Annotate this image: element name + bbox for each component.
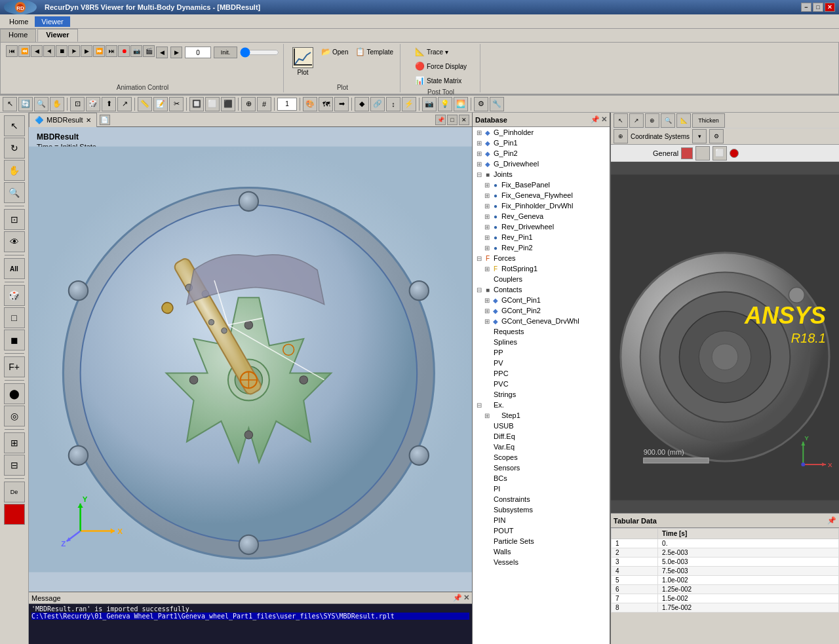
- tree-item-particle_sets[interactable]: Particle Sets: [473, 536, 610, 546]
- joint-btn[interactable]: 🔗: [370, 97, 385, 111]
- anim-next-fast-btn[interactable]: ⏩: [93, 45, 105, 57]
- tree-item-fix_geneva_flywheel[interactable]: ⊞●Fix_Geneva_Flywheel: [473, 190, 610, 200]
- tabular-row[interactable]: 51.0e-002: [612, 576, 839, 585]
- contour-btn[interactable]: 🗺: [319, 97, 333, 111]
- sidebar-wire-btn[interactable]: □: [4, 307, 25, 328]
- ansys-general-btn4[interactable]: [730, 149, 739, 158]
- tree-item-pv[interactable]: PV: [473, 358, 610, 368]
- anim-prev-fast-btn[interactable]: ⏪: [18, 45, 30, 57]
- message-pin-btn[interactable]: 📌: [453, 594, 462, 602]
- viewport-tab-mbd[interactable]: 🔷 MBDResult ✕: [29, 113, 97, 127]
- tabular-row[interactable]: 81.75e-002: [612, 603, 839, 613]
- anim-prev-step-btn[interactable]: ◀|: [43, 45, 55, 57]
- annotation-btn[interactable]: 📝: [153, 97, 168, 111]
- light-btn[interactable]: 💡: [438, 97, 452, 111]
- message-close-btn[interactable]: ✕: [463, 594, 469, 602]
- close-button[interactable]: ✕: [825, 3, 835, 12]
- ansys-btn2[interactable]: ↗: [629, 113, 644, 128]
- frame-input[interactable]: 0: [185, 47, 211, 58]
- tree-item-splines[interactable]: Splines: [473, 337, 610, 347]
- anim-movie-btn[interactable]: 🎬: [143, 45, 155, 57]
- pan-btn[interactable]: ✋: [50, 97, 64, 111]
- tree-item-requests[interactable]: Requests: [473, 326, 610, 337]
- ansys-btn1[interactable]: ↖: [614, 113, 628, 128]
- tabular-row[interactable]: 61.25e-002: [612, 585, 839, 594]
- hidden-btn[interactable]: ⬛: [221, 97, 235, 111]
- anim-camera-btn[interactable]: 📷: [130, 45, 142, 57]
- sidebar-pan-btn[interactable]: ✋: [4, 160, 25, 181]
- zoom-btn[interactable]: 🔍: [34, 97, 49, 111]
- sidebar-hide-btn[interactable]: ◼: [4, 330, 25, 350]
- frame-next-btn[interactable]: ▶: [170, 47, 182, 58]
- tree-item-pp[interactable]: PP: [473, 347, 610, 358]
- tree-item-pin[interactable]: PIN: [473, 515, 610, 525]
- tree-item-subsystems[interactable]: Subsystems: [473, 504, 610, 515]
- tree-item-gcont_pin1[interactable]: ⊞◆GCont_Pin1: [473, 295, 610, 305]
- viewfront-btn[interactable]: ↗: [117, 97, 132, 111]
- tabular-row[interactable]: 10.: [612, 539, 839, 548]
- tree-item-gcont_geneva_drvwhl[interactable]: ⊞◆GCont_Geneva_DrvWhl: [473, 316, 610, 326]
- tree-item-rotspring1[interactable]: ⊞FRotSpring1: [473, 263, 610, 274]
- measure-btn[interactable]: 📏: [138, 97, 152, 111]
- tree-item-rev_pin2[interactable]: ⊞●Rev_Pin2: [473, 242, 610, 253]
- tree-item-g_drivewheel[interactable]: ⊞◆G_Drivewheel: [473, 159, 610, 169]
- sidebar-rotate-btn[interactable]: ↻: [4, 138, 25, 159]
- ansys-coord-icon[interactable]: ⊕: [614, 129, 628, 143]
- wireframe-btn[interactable]: ⬜: [205, 97, 220, 111]
- force-vis-btn[interactable]: ↕: [386, 97, 400, 111]
- tabular-scroll[interactable]: Time [s] 10.22.5e-00335.0e-00347.5e-0035…: [611, 528, 839, 613]
- tree-item-bcs[interactable]: BCs: [473, 473, 610, 483]
- frame-slider[interactable]: [240, 48, 279, 57]
- tree-item-forces[interactable]: ⊟FForces: [473, 253, 610, 263]
- frame-prev-btn[interactable]: ◀: [156, 47, 168, 58]
- vector-btn[interactable]: ➡: [334, 97, 349, 111]
- viewport-max-btn[interactable]: □: [447, 115, 458, 125]
- force-display-btn[interactable]: 🔴 Force Display: [412, 60, 469, 73]
- tree-item-vessels[interactable]: Vessels: [473, 557, 610, 567]
- plot-big-btn[interactable]: Plot: [289, 45, 317, 78]
- tree-item-sensors[interactable]: Sensors: [473, 463, 610, 473]
- maximize-button[interactable]: □: [813, 3, 823, 12]
- axes-btn[interactable]: ⊕: [241, 97, 256, 111]
- tree-item-diff_eq[interactable]: Diff.Eq: [473, 431, 610, 442]
- trace-btn[interactable]: 📐 Trace ▾: [412, 45, 451, 58]
- sidebar-all-btn[interactable]: All: [4, 258, 25, 279]
- anim-first-btn[interactable]: ⏮: [6, 45, 18, 57]
- tree-item-strings[interactable]: Strings: [473, 389, 610, 400]
- tabular-row[interactable]: 35.0e-003: [612, 558, 839, 567]
- anim-last-btn[interactable]: ⏭: [106, 45, 117, 57]
- fit-btn[interactable]: ⊡: [70, 97, 85, 111]
- tree-item-scopes[interactable]: Scopes: [473, 452, 610, 463]
- tabular-row[interactable]: 71.5e-002: [612, 594, 839, 603]
- quality-input[interactable]: [277, 98, 297, 111]
- tree-item-usub[interactable]: USUB: [473, 421, 610, 431]
- sidebar-ring-btn[interactable]: ◎: [4, 406, 25, 426]
- tabular-pin-btn[interactable]: 📌: [827, 516, 836, 525]
- anim-next-btn[interactable]: ▶: [81, 45, 92, 57]
- anim-next-step-btn[interactable]: |▶: [68, 45, 80, 57]
- ansys-btn3[interactable]: ⊕: [645, 113, 659, 128]
- db-pin-btn[interactable]: 📌: [591, 115, 600, 124]
- menu-viewer[interactable]: Viewer: [35, 16, 69, 27]
- sidebar-fit-btn[interactable]: ⊡: [4, 209, 25, 230]
- tool2-btn[interactable]: 🔧: [490, 97, 504, 111]
- color-map-btn[interactable]: 🎨: [303, 97, 317, 111]
- ansys-general-btn3[interactable]: ⬜: [712, 146, 727, 161]
- sidebar-plus-btn[interactable]: F+: [4, 356, 25, 377]
- tree-item-constraints[interactable]: Constraints: [473, 494, 610, 504]
- sidebar-extra1-btn[interactable]: De: [4, 482, 25, 502]
- viewport[interactable]: MBDResult Time = Initial State: [29, 127, 472, 592]
- open-btn[interactable]: 📂 Open: [318, 45, 351, 58]
- tree-item-ppc[interactable]: PPC: [473, 368, 610, 379]
- tree-item-couplers[interactable]: Couplers: [473, 274, 610, 284]
- body-btn[interactable]: ◆: [355, 97, 369, 111]
- anim-prev-btn[interactable]: ◀: [31, 45, 43, 57]
- rotate-btn[interactable]: 🔄: [18, 97, 33, 111]
- tool1-btn[interactable]: ⚙: [474, 97, 488, 111]
- state-matrix-btn[interactable]: 📊 State Matrix: [412, 74, 464, 87]
- tabular-row[interactable]: 22.5e-003: [612, 548, 839, 558]
- tab-viewer[interactable]: Viewer: [37, 29, 77, 42]
- tree-item-joints[interactable]: ⊟■Joints: [473, 169, 610, 180]
- tree-item-ex[interactable]: ⊟Ex.: [473, 400, 610, 410]
- ansys-coord-settings[interactable]: ⚙: [709, 129, 724, 143]
